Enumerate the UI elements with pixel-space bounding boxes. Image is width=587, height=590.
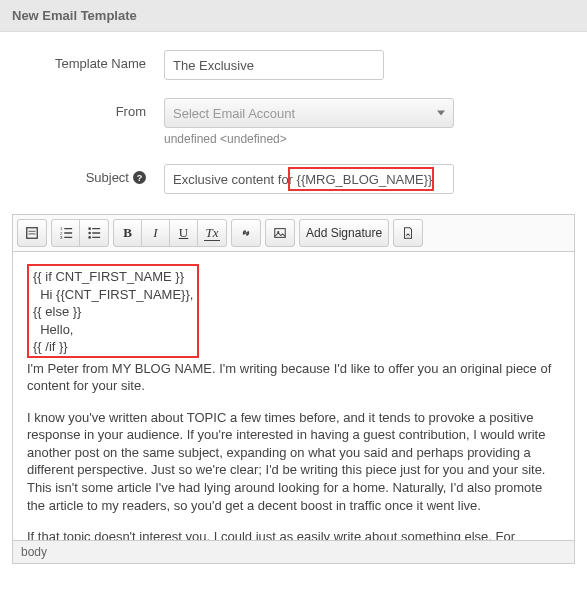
svg-point-11 — [88, 232, 91, 235]
row-template-name: Template Name — [24, 50, 563, 80]
row-from: From Select Email Account undefined <und… — [24, 98, 563, 146]
page-title: New Email Template — [0, 0, 587, 32]
label-subject: Subject — [86, 170, 129, 185]
label-template-name: Template Name — [24, 50, 164, 71]
editor-paragraph: I'm Peter from MY BLOG NAME. I'm writing… — [27, 360, 560, 395]
template-button[interactable] — [394, 220, 422, 246]
from-select[interactable]: Select Email Account — [164, 98, 454, 128]
underline-button[interactable]: U — [170, 220, 198, 246]
unordered-list-button[interactable] — [80, 220, 108, 246]
svg-rect-0 — [27, 228, 38, 239]
ordered-list-button[interactable]: 123 — [52, 220, 80, 246]
svg-text:3: 3 — [59, 235, 62, 240]
editor-paragraph: If that topic doesn't interest you, I co… — [27, 528, 560, 540]
source-icon — [25, 226, 39, 240]
image-button[interactable] — [266, 220, 294, 246]
add-signature-button[interactable]: Add Signature — [300, 220, 388, 246]
template-name-input[interactable] — [164, 50, 384, 80]
link-icon — [239, 226, 253, 240]
svg-point-9 — [88, 227, 91, 230]
row-subject: Subject ? — [24, 164, 563, 194]
from-helper-text: undefined <undefined> — [164, 132, 563, 146]
editor-body[interactable]: {{ if CNT_FIRST_NAME }} Hi {{CNT_FIRST_N… — [13, 252, 574, 540]
rich-text-editor: 123 B I U Tx Add Signature — [12, 214, 575, 564]
svg-rect-15 — [275, 229, 286, 238]
remove-format-button[interactable]: Tx — [198, 220, 226, 246]
link-button[interactable] — [232, 220, 260, 246]
chevron-down-icon — [437, 111, 445, 116]
highlight-conditional-block: {{ if CNT_FIRST_NAME }} Hi {{CNT_FIRST_N… — [27, 264, 199, 358]
source-button[interactable] — [18, 220, 46, 246]
svg-point-13 — [88, 236, 91, 239]
editor-paragraph: I know you've written about TOPIC a few … — [27, 409, 560, 514]
unordered-list-icon — [87, 226, 101, 240]
help-icon[interactable]: ? — [133, 171, 146, 184]
subject-input[interactable] — [164, 164, 454, 194]
label-from: From — [24, 98, 164, 119]
ordered-list-icon: 123 — [59, 226, 73, 240]
template-icon — [401, 226, 415, 240]
editor-toolbar: 123 B I U Tx Add Signature — [13, 215, 574, 252]
editor-status-bar: body — [13, 540, 574, 563]
italic-button[interactable]: I — [142, 220, 170, 246]
bold-button[interactable]: B — [114, 220, 142, 246]
from-select-placeholder: Select Email Account — [173, 106, 295, 121]
form-area: Template Name From Select Email Account … — [0, 32, 587, 214]
image-icon — [273, 226, 287, 240]
